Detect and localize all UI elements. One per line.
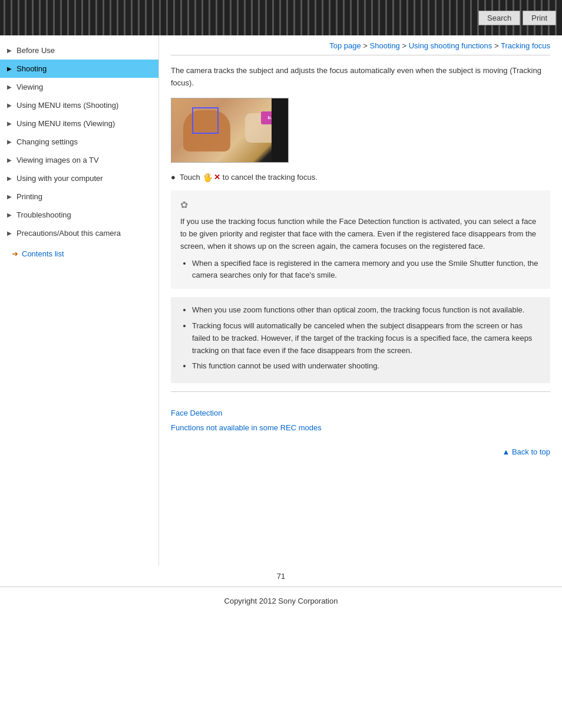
breadcrumb-sep1: > — [361, 41, 370, 50]
copyright-text: Copyright 2012 Sony Corporation — [224, 597, 338, 605]
arrow-icon: ▶ — [7, 193, 12, 200]
x-icon: ✕ — [214, 173, 220, 182]
sidebar-item-menu-shooting[interactable]: ▶ Using MENU items (Shooting) — [0, 96, 158, 114]
print-button[interactable]: Print — [523, 11, 556, 25]
note-item-1: When you use zoom functions other than o… — [192, 304, 541, 317]
content-area: Top page > Shooting > Using shooting fun… — [159, 35, 562, 566]
breadcrumb-top[interactable]: Top page — [329, 41, 361, 50]
sidebar-item-label: Shooting — [16, 64, 47, 73]
breadcrumb: Top page > Shooting > Using shooting fun… — [171, 35, 550, 55]
black-panel — [272, 98, 289, 163]
arrow-icon: ▶ — [7, 102, 12, 108]
arrow-icon: ▶ — [7, 139, 12, 145]
main-layout: ▶ Before Use ▶ Shooting ▶ Viewing ▶ Usin… — [0, 35, 562, 566]
sidebar-item-label: Using MENU items (Viewing) — [16, 119, 115, 128]
note-box: When you use zoom functions other than o… — [171, 297, 550, 383]
breadcrumb-sep2: > — [400, 41, 409, 50]
sidebar-item-before-use[interactable]: ▶ Before Use — [0, 41, 158, 60]
sidebar-item-label: Changing settings — [16, 137, 78, 146]
note-item-3: This function cannot be used with underw… — [192, 360, 541, 373]
breadcrumb-shooting[interactable]: Shooting — [370, 41, 400, 50]
page-number: 71 — [0, 566, 562, 587]
divider — [171, 391, 550, 392]
sidebar: ▶ Before Use ▶ Shooting ▶ Viewing ▶ Usin… — [0, 35, 159, 566]
tracking-box — [192, 107, 219, 134]
tip-list: When a specified face is registered in t… — [180, 258, 541, 282]
contents-list-link[interactable]: ➜ Contents list — [0, 245, 158, 263]
arrow-icon: ▶ — [7, 230, 12, 236]
sidebar-item-precautions[interactable]: ▶ Precautions/About this camera — [0, 224, 158, 242]
sidebar-item-viewing[interactable]: ▶ Viewing — [0, 78, 158, 96]
sidebar-item-computer[interactable]: ▶ Using with your computer — [0, 169, 158, 187]
sidebar-item-printing[interactable]: ▶ Printing — [0, 187, 158, 206]
sidebar-item-menu-viewing[interactable]: ▶ Using MENU items (Viewing) — [0, 114, 158, 133]
touch-icon: 🖐 ✕ — [203, 173, 220, 182]
sidebar-item-label: Using MENU items (Shooting) — [16, 101, 118, 110]
sidebar-item-changing-settings[interactable]: ▶ Changing settings — [0, 133, 158, 151]
header-buttons: Search Print — [478, 11, 556, 25]
touch-text-prefix: Touch — [180, 173, 200, 182]
back-to-top-link[interactable]: Back to top — [502, 447, 550, 456]
intro-text: The camera tracks the subject and adjust… — [171, 65, 550, 90]
sidebar-item-label: Viewing — [16, 83, 43, 91]
tip-icon: ✿ — [180, 197, 541, 213]
sidebar-item-shooting[interactable]: ▶ Shooting — [0, 60, 158, 78]
arrow-icon: ▶ — [7, 84, 12, 90]
touch-text-suffix: to cancel the tracking focus. — [223, 173, 318, 182]
contents-list-label: Contents list — [22, 249, 64, 258]
tip-text: If you use the tracking focus function w… — [180, 216, 541, 252]
sidebar-item-label: Before Use — [16, 46, 55, 55]
breadcrumb-using-shooting[interactable]: Using shooting functions — [409, 41, 492, 50]
arrow-icon: ▶ — [7, 65, 12, 72]
arrow-icon: ▶ — [7, 157, 12, 163]
hand-icon: 🖐 — [203, 173, 213, 182]
arrow-right-icon: ➜ — [12, 249, 18, 258]
touch-instruction: ● Touch 🖐 ✕ to cancel the tracking focus… — [171, 173, 550, 182]
back-to-top: Back to top — [171, 442, 550, 462]
tracking-focus-image: b. — [171, 98, 289, 163]
breadcrumb-tracking-focus[interactable]: Tracking focus — [501, 41, 550, 50]
arrow-icon: ▶ — [7, 212, 12, 218]
related-links: Face Detection Functions not available i… — [171, 400, 550, 441]
arrow-icon: ▶ — [7, 175, 12, 182]
sidebar-item-label: Printing — [16, 192, 42, 201]
tip-bullet: When a specified face is registered in t… — [192, 258, 541, 282]
arrow-icon: ▶ — [7, 47, 12, 54]
footer: Copyright 2012 Sony Corporation — [0, 587, 562, 615]
tip-box: ✿ If you use the tracking focus function… — [171, 190, 550, 289]
notes-list: When you use zoom functions other than o… — [180, 304, 541, 373]
sidebar-item-label: Troubleshooting — [16, 210, 71, 219]
face-detection-link[interactable]: Face Detection — [171, 406, 550, 421]
header: Search Print — [0, 0, 562, 35]
functions-not-available-link[interactable]: Functions not available in some REC mode… — [171, 421, 550, 436]
sidebar-item-viewing-tv[interactable]: ▶ Viewing images on a TV — [0, 151, 158, 169]
sidebar-item-label: Viewing images on a TV — [16, 156, 99, 164]
sidebar-item-label: Using with your computer — [16, 174, 103, 183]
breadcrumb-sep3: > — [492, 41, 501, 50]
sidebar-item-label: Precautions/About this camera — [16, 229, 121, 238]
touch-prefix: ● — [171, 173, 180, 182]
image-inner: b. — [171, 98, 289, 163]
sidebar-item-troubleshooting[interactable]: ▶ Troubleshooting — [0, 206, 158, 224]
search-button[interactable]: Search — [478, 11, 520, 25]
note-item-2: Tracking focus will automatically be can… — [192, 320, 541, 357]
arrow-icon: ▶ — [7, 120, 12, 127]
